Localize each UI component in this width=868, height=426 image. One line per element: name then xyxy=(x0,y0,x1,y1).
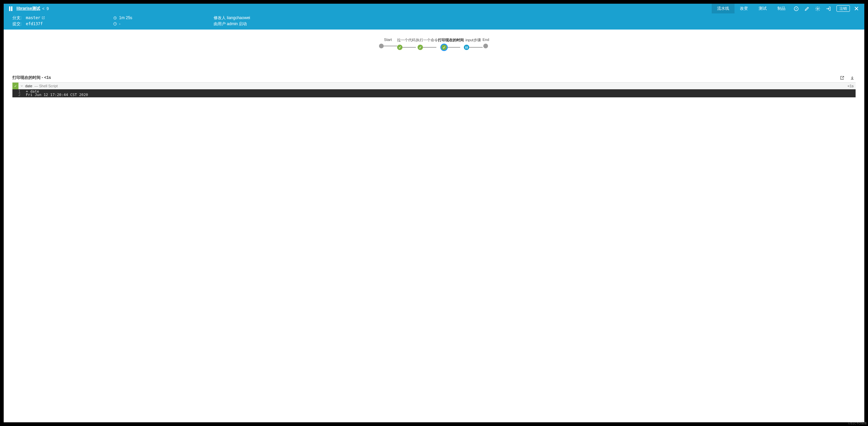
logout-button[interactable]: 注销 xyxy=(836,5,850,12)
tab-label: 制品 xyxy=(777,6,785,11)
stage-label-pull: 拉一个代码 xyxy=(397,37,415,42)
started-by: 由用户 admin 启动 xyxy=(214,21,247,27)
line-number: 2 xyxy=(12,93,26,97)
branch-label: 分支: xyxy=(12,15,26,21)
app-frame: librarise测试 < 9 流水线 改变 测试 制品 注销 ✕ 分支: ma… xyxy=(4,4,864,422)
tab-label: 改变 xyxy=(740,6,748,11)
svg-point-1 xyxy=(796,8,797,9)
line-text: Fri Jun 12 17:20:44 CST 2020 xyxy=(26,93,88,97)
edge xyxy=(469,47,483,48)
clock-icon xyxy=(113,22,117,26)
stage-node-start[interactable] xyxy=(379,44,384,48)
duration: 1m 25s xyxy=(113,16,214,20)
changed-by-label: 修改人 xyxy=(214,16,226,20)
changed-by-value: liangchaowei xyxy=(227,16,250,20)
tab-tests[interactable]: 测试 xyxy=(753,4,772,13)
header-tabs: 流水线 改变 测试 制品 xyxy=(712,4,791,13)
edge xyxy=(423,47,436,48)
stage-node-print[interactable] xyxy=(441,45,447,50)
stage-label-end: End xyxy=(483,37,489,41)
edge xyxy=(447,47,460,48)
edge xyxy=(402,47,416,48)
tab-label: 流水线 xyxy=(717,6,729,11)
stage-node-pull[interactable] xyxy=(397,45,402,50)
stage-node-end[interactable] xyxy=(483,44,488,48)
svg-point-2 xyxy=(817,8,818,9)
commit-value[interactable]: efd137f xyxy=(26,22,113,26)
pipeline-graph: Start 拉一个代码 执行一个命令 xyxy=(4,30,864,73)
stopwatch-icon xyxy=(113,16,117,20)
console-output: 1 + date 2 Fri Jun 12 17:20:44 CST 2020 xyxy=(12,89,856,97)
chevron-down-icon[interactable] xyxy=(19,84,25,88)
console-line: 1 + date xyxy=(12,90,856,93)
download-icon[interactable] xyxy=(849,75,856,81)
logout-label: 注销 xyxy=(839,6,847,10)
commit-label: 提交: xyxy=(12,21,26,27)
step-section-header: 打印现在的时间 - <1s xyxy=(12,73,856,83)
changed-time: - xyxy=(113,22,214,26)
changed-by: 修改人 liangchaowei xyxy=(214,15,250,21)
run-number: 9 xyxy=(46,6,49,11)
open-external-icon[interactable] xyxy=(839,75,845,81)
tab-changes[interactable]: 改变 xyxy=(735,4,753,13)
step-name: date xyxy=(25,84,32,88)
tab-label: 测试 xyxy=(759,6,767,11)
step-description: — Shell Script xyxy=(34,84,58,88)
chevron-left-icon: < xyxy=(42,6,44,11)
step-duration: <1s xyxy=(847,84,856,88)
tab-artifacts[interactable]: 制品 xyxy=(772,4,791,13)
stage-label-input: input步骤 xyxy=(466,37,481,42)
close-icon[interactable]: ✕ xyxy=(852,5,860,12)
console-line: 2 Fri Jun 12 17:20:44 CST 2020 xyxy=(12,93,856,97)
edge xyxy=(384,46,397,46)
pipeline-title[interactable]: librarise测试 xyxy=(17,6,40,11)
rerun-icon[interactable] xyxy=(792,5,800,13)
changed-value: - xyxy=(119,22,120,26)
step-section-title: 打印现在的时间 - <1s xyxy=(12,75,51,81)
branch-text: master xyxy=(26,16,40,20)
edit-icon[interactable] xyxy=(803,5,811,13)
stage-node-exec[interactable] xyxy=(417,45,423,50)
duration-value: 1m 25s xyxy=(119,16,132,20)
stage-label-print: 打印现在的时间 xyxy=(438,37,464,42)
stage-node-input[interactable] xyxy=(464,45,469,50)
step-row[interactable]: ✓ date — Shell Script <1s xyxy=(12,83,856,89)
steps-panel: 打印现在的时间 - <1s ✓ date — Shell Script <1s … xyxy=(4,73,864,97)
pause-icon xyxy=(8,6,14,11)
watermark: ©51CTO博客 xyxy=(848,421,867,426)
stage-label-start: Start xyxy=(384,37,392,41)
gear-icon[interactable] xyxy=(814,5,822,13)
run-info: 分支: master 1m 25s 修改人 liangchaowei 提交: e… xyxy=(4,13,864,30)
branch-value[interactable]: master xyxy=(26,16,113,20)
tab-pipeline[interactable]: 流水线 xyxy=(712,4,735,13)
exit-icon[interactable] xyxy=(825,5,832,13)
top-bar: librarise测试 < 9 流水线 改变 测试 制品 注销 ✕ xyxy=(4,4,864,13)
stage-label-exec: 执行一个命令 xyxy=(416,37,438,42)
external-link-icon xyxy=(41,16,45,20)
check-icon: ✓ xyxy=(12,83,19,89)
